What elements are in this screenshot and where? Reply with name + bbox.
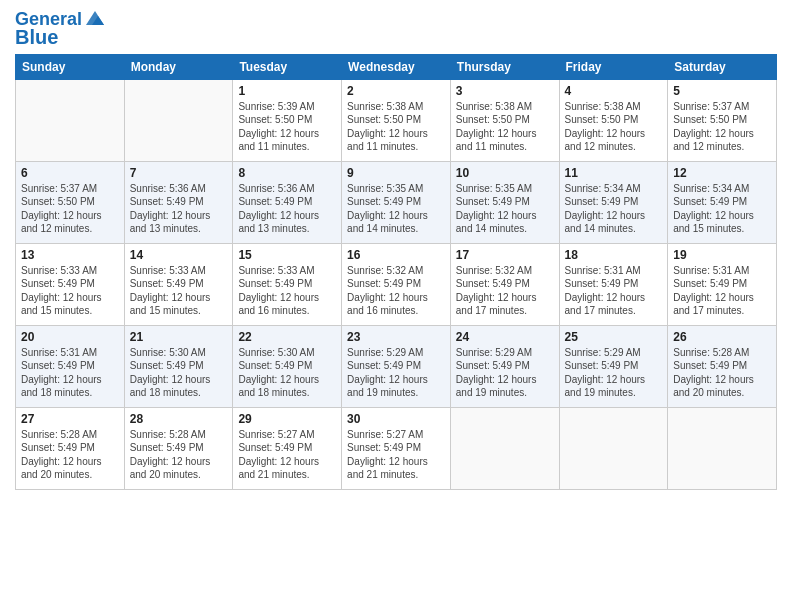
day-number: 10 [456,166,554,180]
calendar-cell [668,407,777,489]
calendar-cell: 23Sunrise: 5:29 AM Sunset: 5:49 PM Dayli… [342,325,451,407]
col-header-sunday: Sunday [16,54,125,79]
day-number: 7 [130,166,228,180]
day-number: 17 [456,248,554,262]
col-header-tuesday: Tuesday [233,54,342,79]
calendar-cell: 21Sunrise: 5:30 AM Sunset: 5:49 PM Dayli… [124,325,233,407]
calendar-cell: 13Sunrise: 5:33 AM Sunset: 5:49 PM Dayli… [16,243,125,325]
day-info: Sunrise: 5:33 AM Sunset: 5:49 PM Dayligh… [130,264,228,318]
calendar-cell [16,79,125,161]
day-number: 14 [130,248,228,262]
day-number: 26 [673,330,771,344]
calendar-cell: 29Sunrise: 5:27 AM Sunset: 5:49 PM Dayli… [233,407,342,489]
calendar-cell: 11Sunrise: 5:34 AM Sunset: 5:49 PM Dayli… [559,161,668,243]
day-number: 22 [238,330,336,344]
calendar-cell: 20Sunrise: 5:31 AM Sunset: 5:49 PM Dayli… [16,325,125,407]
day-info: Sunrise: 5:27 AM Sunset: 5:49 PM Dayligh… [347,428,445,482]
calendar-cell: 19Sunrise: 5:31 AM Sunset: 5:49 PM Dayli… [668,243,777,325]
calendar-week-row: 20Sunrise: 5:31 AM Sunset: 5:49 PM Dayli… [16,325,777,407]
calendar-cell: 17Sunrise: 5:32 AM Sunset: 5:49 PM Dayli… [450,243,559,325]
day-number: 19 [673,248,771,262]
day-info: Sunrise: 5:29 AM Sunset: 5:49 PM Dayligh… [347,346,445,400]
day-number: 27 [21,412,119,426]
calendar-cell: 16Sunrise: 5:32 AM Sunset: 5:49 PM Dayli… [342,243,451,325]
day-info: Sunrise: 5:28 AM Sunset: 5:49 PM Dayligh… [130,428,228,482]
calendar-cell: 6Sunrise: 5:37 AM Sunset: 5:50 PM Daylig… [16,161,125,243]
day-info: Sunrise: 5:37 AM Sunset: 5:50 PM Dayligh… [21,182,119,236]
calendar-week-row: 1Sunrise: 5:39 AM Sunset: 5:50 PM Daylig… [16,79,777,161]
calendar-header-row: SundayMondayTuesdayWednesdayThursdayFrid… [16,54,777,79]
day-info: Sunrise: 5:35 AM Sunset: 5:49 PM Dayligh… [456,182,554,236]
day-info: Sunrise: 5:38 AM Sunset: 5:50 PM Dayligh… [456,100,554,154]
day-number: 20 [21,330,119,344]
col-header-monday: Monday [124,54,233,79]
day-number: 23 [347,330,445,344]
calendar-week-row: 13Sunrise: 5:33 AM Sunset: 5:49 PM Dayli… [16,243,777,325]
day-number: 2 [347,84,445,98]
calendar-cell: 12Sunrise: 5:34 AM Sunset: 5:49 PM Dayli… [668,161,777,243]
day-number: 24 [456,330,554,344]
day-number: 15 [238,248,336,262]
col-header-wednesday: Wednesday [342,54,451,79]
calendar-cell: 2Sunrise: 5:38 AM Sunset: 5:50 PM Daylig… [342,79,451,161]
calendar-cell: 9Sunrise: 5:35 AM Sunset: 5:49 PM Daylig… [342,161,451,243]
calendar: SundayMondayTuesdayWednesdayThursdayFrid… [15,54,777,490]
calendar-cell: 22Sunrise: 5:30 AM Sunset: 5:49 PM Dayli… [233,325,342,407]
day-number: 11 [565,166,663,180]
day-number: 16 [347,248,445,262]
calendar-week-row: 27Sunrise: 5:28 AM Sunset: 5:49 PM Dayli… [16,407,777,489]
calendar-cell: 24Sunrise: 5:29 AM Sunset: 5:49 PM Dayli… [450,325,559,407]
calendar-cell: 1Sunrise: 5:39 AM Sunset: 5:50 PM Daylig… [233,79,342,161]
calendar-cell: 7Sunrise: 5:36 AM Sunset: 5:49 PM Daylig… [124,161,233,243]
day-number: 8 [238,166,336,180]
day-number: 29 [238,412,336,426]
day-info: Sunrise: 5:34 AM Sunset: 5:49 PM Dayligh… [565,182,663,236]
day-info: Sunrise: 5:28 AM Sunset: 5:49 PM Dayligh… [21,428,119,482]
day-info: Sunrise: 5:38 AM Sunset: 5:50 PM Dayligh… [347,100,445,154]
day-info: Sunrise: 5:38 AM Sunset: 5:50 PM Dayligh… [565,100,663,154]
day-info: Sunrise: 5:35 AM Sunset: 5:49 PM Dayligh… [347,182,445,236]
calendar-cell: 4Sunrise: 5:38 AM Sunset: 5:50 PM Daylig… [559,79,668,161]
day-info: Sunrise: 5:33 AM Sunset: 5:49 PM Dayligh… [21,264,119,318]
calendar-cell: 3Sunrise: 5:38 AM Sunset: 5:50 PM Daylig… [450,79,559,161]
day-info: Sunrise: 5:39 AM Sunset: 5:50 PM Dayligh… [238,100,336,154]
calendar-cell: 14Sunrise: 5:33 AM Sunset: 5:49 PM Dayli… [124,243,233,325]
day-info: Sunrise: 5:36 AM Sunset: 5:49 PM Dayligh… [130,182,228,236]
calendar-cell: 10Sunrise: 5:35 AM Sunset: 5:49 PM Dayli… [450,161,559,243]
logo-icon [84,7,106,29]
day-number: 6 [21,166,119,180]
day-info: Sunrise: 5:37 AM Sunset: 5:50 PM Dayligh… [673,100,771,154]
calendar-cell [559,407,668,489]
calendar-cell: 15Sunrise: 5:33 AM Sunset: 5:49 PM Dayli… [233,243,342,325]
day-number: 9 [347,166,445,180]
day-info: Sunrise: 5:32 AM Sunset: 5:49 PM Dayligh… [347,264,445,318]
day-info: Sunrise: 5:30 AM Sunset: 5:49 PM Dayligh… [130,346,228,400]
day-number: 12 [673,166,771,180]
day-number: 1 [238,84,336,98]
day-info: Sunrise: 5:30 AM Sunset: 5:49 PM Dayligh… [238,346,336,400]
header: General Blue [15,10,777,48]
day-number: 28 [130,412,228,426]
calendar-cell: 27Sunrise: 5:28 AM Sunset: 5:49 PM Dayli… [16,407,125,489]
day-info: Sunrise: 5:32 AM Sunset: 5:49 PM Dayligh… [456,264,554,318]
col-header-friday: Friday [559,54,668,79]
day-info: Sunrise: 5:29 AM Sunset: 5:49 PM Dayligh… [456,346,554,400]
calendar-cell [124,79,233,161]
day-number: 13 [21,248,119,262]
day-info: Sunrise: 5:31 AM Sunset: 5:49 PM Dayligh… [21,346,119,400]
calendar-cell: 5Sunrise: 5:37 AM Sunset: 5:50 PM Daylig… [668,79,777,161]
day-info: Sunrise: 5:36 AM Sunset: 5:49 PM Dayligh… [238,182,336,236]
day-number: 30 [347,412,445,426]
calendar-cell: 30Sunrise: 5:27 AM Sunset: 5:49 PM Dayli… [342,407,451,489]
logo-text-blue: Blue [15,26,58,48]
day-number: 4 [565,84,663,98]
calendar-week-row: 6Sunrise: 5:37 AM Sunset: 5:50 PM Daylig… [16,161,777,243]
calendar-cell: 18Sunrise: 5:31 AM Sunset: 5:49 PM Dayli… [559,243,668,325]
logo: General Blue [15,10,106,48]
calendar-cell: 28Sunrise: 5:28 AM Sunset: 5:49 PM Dayli… [124,407,233,489]
calendar-cell: 25Sunrise: 5:29 AM Sunset: 5:49 PM Dayli… [559,325,668,407]
col-header-thursday: Thursday [450,54,559,79]
day-number: 3 [456,84,554,98]
day-info: Sunrise: 5:31 AM Sunset: 5:49 PM Dayligh… [565,264,663,318]
calendar-cell: 26Sunrise: 5:28 AM Sunset: 5:49 PM Dayli… [668,325,777,407]
